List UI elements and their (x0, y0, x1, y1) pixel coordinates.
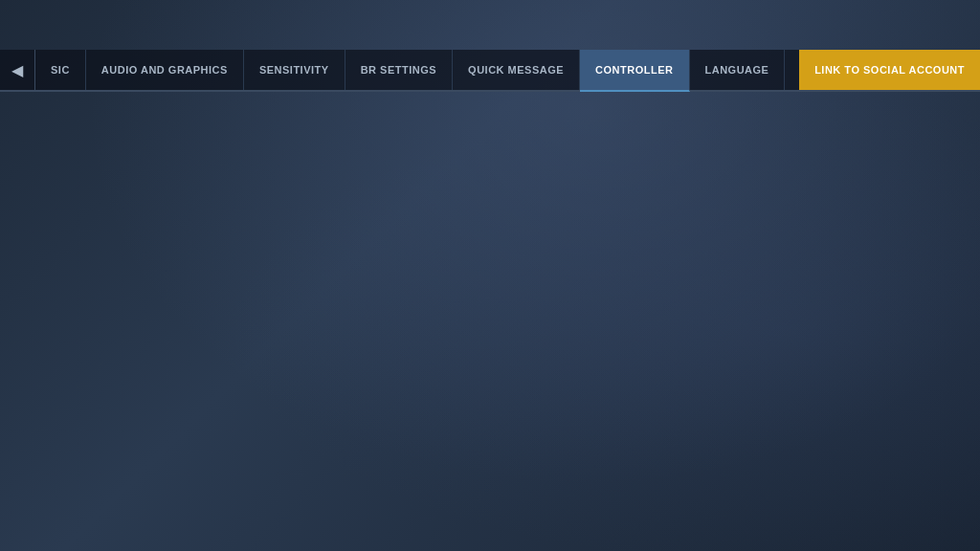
main-container: SETTINGS DEFAULT SUPPORT LINK ◀ SIC AUDI… (0, 0, 980, 551)
tab-sic[interactable]: SIC (35, 50, 86, 90)
tab-sensitivity-label: SENSITIVITY (259, 64, 329, 76)
tab-language[interactable]: LANGUAGE (690, 50, 786, 90)
tab-audio[interactable]: AUDIO AND GRAPHICS (86, 50, 244, 90)
tab-br-settings-label: BR SETTINGS (361, 64, 436, 76)
link-social-tab[interactable]: LINK TO SOCIAL ACCOUNT (799, 50, 980, 90)
tab-quick-message-label: QUICK MESSAGE (468, 64, 564, 76)
tab-quick-message[interactable]: QUICK MESSAGE (453, 50, 580, 90)
tab-language-label: LANGUAGE (705, 64, 769, 76)
back-arrow-icon: ◀ (11, 61, 23, 79)
tab-back-button[interactable]: ◀ (0, 50, 35, 90)
tab-controller-label: CONTROLLER (595, 64, 673, 76)
tab-audio-label: AUDIO AND GRAPHICS (101, 64, 228, 76)
tab-sic-label: SIC (51, 64, 70, 76)
main-tab-nav: ◀ SIC AUDIO AND GRAPHICS SENSITIVITY BR … (0, 50, 980, 92)
tab-controller[interactable]: CONTROLLER (580, 50, 689, 92)
tab-sensitivity[interactable]: SENSITIVITY (244, 50, 345, 90)
tab-br-settings[interactable]: BR SETTINGS (345, 50, 453, 90)
link-social-label: LINK TO SOCIAL ACCOUNT (814, 64, 965, 76)
